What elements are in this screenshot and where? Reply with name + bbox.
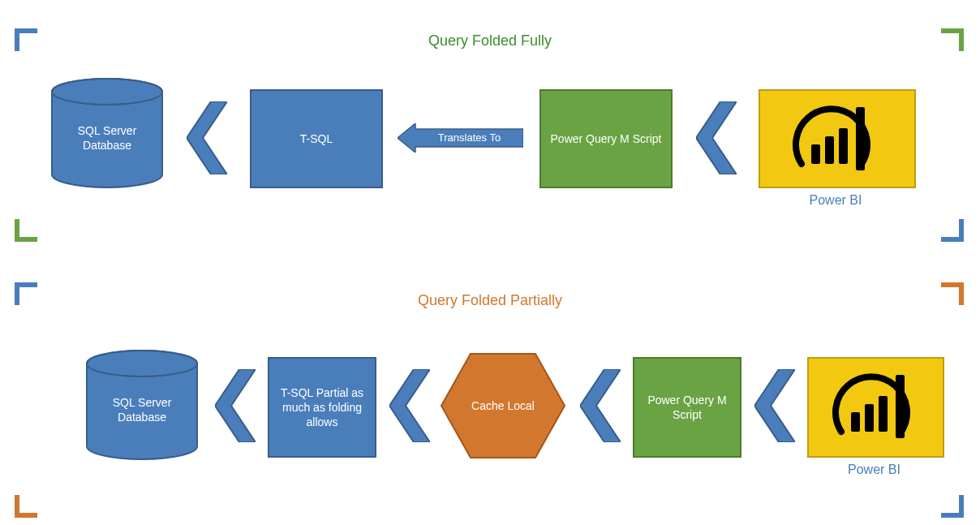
translates-to-label: Translates To bbox=[415, 129, 523, 147]
powerbi-icon bbox=[809, 359, 943, 456]
svg-rect-3 bbox=[825, 136, 834, 164]
mscript-label-1: Power Query M Script bbox=[541, 91, 671, 187]
corner-bottom-right-2 bbox=[941, 495, 964, 518]
chevron-left-icon bbox=[580, 369, 621, 442]
svg-rect-9 bbox=[851, 412, 860, 432]
svg-rect-2 bbox=[811, 144, 820, 164]
powerbi-icon bbox=[760, 91, 914, 187]
mscript-box-1: Power Query M Script bbox=[539, 89, 673, 188]
powerbi-box-1 bbox=[759, 89, 916, 188]
powerbi-box-2 bbox=[807, 357, 944, 458]
mscript-label-2: Power Query M Script bbox=[634, 359, 740, 456]
section1-title: Query Folded Fully bbox=[0, 32, 980, 49]
tsql-box-2: T-SQL Partial as much as folding allows bbox=[268, 357, 376, 458]
cache-local-label: Cache Local bbox=[438, 349, 568, 463]
svg-rect-4 bbox=[839, 128, 848, 164]
tsql-label-1: T-SQL bbox=[251, 91, 381, 187]
svg-rect-5 bbox=[856, 107, 865, 170]
db-label-2: SQL Server Database bbox=[85, 369, 199, 450]
powerbi-label-1: Power BI bbox=[759, 193, 913, 208]
corner-bottom-left-2 bbox=[15, 495, 37, 518]
chevron-left-icon bbox=[215, 369, 256, 442]
chevron-left-icon bbox=[754, 369, 795, 442]
chevron-left-icon bbox=[389, 369, 430, 442]
db-label-1: SQL Server Database bbox=[50, 97, 164, 179]
chevron-left-icon bbox=[696, 101, 737, 174]
section2-title: Query Folded Partially bbox=[0, 292, 980, 309]
powerbi-label-2: Power BI bbox=[807, 463, 941, 477]
chevron-left-icon bbox=[187, 101, 227, 174]
svg-rect-11 bbox=[879, 396, 888, 432]
corner-bottom-left-1 bbox=[15, 219, 37, 242]
corner-bottom-right-1 bbox=[941, 219, 964, 242]
svg-rect-10 bbox=[865, 404, 874, 432]
tsql-box-1: T-SQL bbox=[250, 89, 383, 188]
mscript-box-2: Power Query M Script bbox=[633, 357, 741, 458]
tsql-label-2: T-SQL Partial as much as folding allows bbox=[269, 359, 375, 456]
svg-rect-12 bbox=[896, 375, 905, 438]
